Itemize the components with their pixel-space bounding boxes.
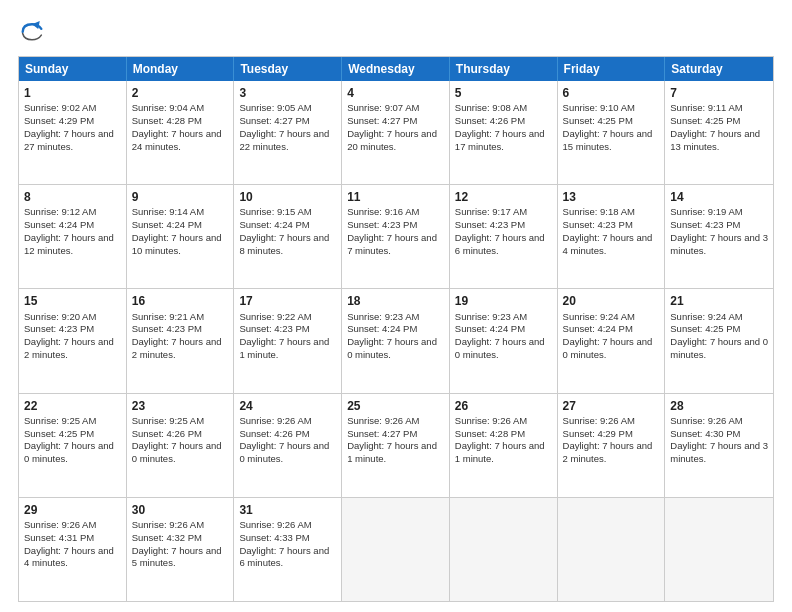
day-info: Daylight: 7 hours and 2 minutes. <box>563 440 660 466</box>
day-info: Sunrise: 9:26 AM <box>563 415 660 428</box>
day-number: 10 <box>239 189 336 205</box>
calendar-cell: 2Sunrise: 9:04 AMSunset: 4:28 PMDaylight… <box>127 81 235 184</box>
calendar-cell: 28Sunrise: 9:26 AMSunset: 4:30 PMDayligh… <box>665 394 773 497</box>
day-info: Sunset: 4:24 PM <box>347 323 444 336</box>
calendar-cell: 14Sunrise: 9:19 AMSunset: 4:23 PMDayligh… <box>665 185 773 288</box>
day-info: Daylight: 7 hours and 17 minutes. <box>455 128 552 154</box>
day-info: Sunrise: 9:26 AM <box>455 415 552 428</box>
logo-icon <box>18 18 46 46</box>
day-info: Sunset: 4:25 PM <box>670 323 768 336</box>
day-info: Sunset: 4:29 PM <box>563 428 660 441</box>
day-info: Sunset: 4:28 PM <box>132 115 229 128</box>
day-info: Daylight: 7 hours and 15 minutes. <box>563 128 660 154</box>
day-info: Sunrise: 9:05 AM <box>239 102 336 115</box>
day-number: 9 <box>132 189 229 205</box>
calendar-cell: 12Sunrise: 9:17 AMSunset: 4:23 PMDayligh… <box>450 185 558 288</box>
day-info: Sunset: 4:32 PM <box>132 532 229 545</box>
day-info: Daylight: 7 hours and 5 minutes. <box>132 545 229 571</box>
day-info: Sunset: 4:23 PM <box>239 323 336 336</box>
calendar-cell: 18Sunrise: 9:23 AMSunset: 4:24 PMDayligh… <box>342 289 450 392</box>
day-number: 18 <box>347 293 444 309</box>
day-number: 27 <box>563 398 660 414</box>
calendar-cell: 8Sunrise: 9:12 AMSunset: 4:24 PMDaylight… <box>19 185 127 288</box>
day-info: Daylight: 7 hours and 1 minute. <box>455 440 552 466</box>
calendar-cell <box>665 498 773 601</box>
day-number: 1 <box>24 85 121 101</box>
day-info: Daylight: 7 hours and 2 minutes. <box>24 336 121 362</box>
day-info: Daylight: 7 hours and 0 minutes. <box>670 336 768 362</box>
day-info: Daylight: 7 hours and 24 minutes. <box>132 128 229 154</box>
calendar-week-4: 22Sunrise: 9:25 AMSunset: 4:25 PMDayligh… <box>19 393 773 497</box>
day-number: 29 <box>24 502 121 518</box>
day-info: Sunset: 4:24 PM <box>24 219 121 232</box>
day-info: Daylight: 7 hours and 3 minutes. <box>670 440 768 466</box>
calendar-cell: 30Sunrise: 9:26 AMSunset: 4:32 PMDayligh… <box>127 498 235 601</box>
header-day-thursday: Thursday <box>450 57 558 81</box>
calendar-cell: 11Sunrise: 9:16 AMSunset: 4:23 PMDayligh… <box>342 185 450 288</box>
calendar: SundayMondayTuesdayWednesdayThursdayFrid… <box>18 56 774 602</box>
calendar-cell: 9Sunrise: 9:14 AMSunset: 4:24 PMDaylight… <box>127 185 235 288</box>
day-info: Sunrise: 9:24 AM <box>563 311 660 324</box>
day-info: Sunset: 4:23 PM <box>455 219 552 232</box>
day-info: Sunrise: 9:25 AM <box>132 415 229 428</box>
calendar-cell: 24Sunrise: 9:26 AMSunset: 4:26 PMDayligh… <box>234 394 342 497</box>
day-info: Daylight: 7 hours and 12 minutes. <box>24 232 121 258</box>
day-info: Sunrise: 9:22 AM <box>239 311 336 324</box>
calendar-week-1: 1Sunrise: 9:02 AMSunset: 4:29 PMDaylight… <box>19 81 773 184</box>
calendar-cell <box>450 498 558 601</box>
day-info: Sunrise: 9:15 AM <box>239 206 336 219</box>
day-info: Daylight: 7 hours and 1 minute. <box>239 336 336 362</box>
day-info: Sunset: 4:27 PM <box>347 115 444 128</box>
day-number: 24 <box>239 398 336 414</box>
day-info: Sunrise: 9:21 AM <box>132 311 229 324</box>
calendar-cell: 3Sunrise: 9:05 AMSunset: 4:27 PMDaylight… <box>234 81 342 184</box>
day-number: 14 <box>670 189 768 205</box>
header-day-monday: Monday <box>127 57 235 81</box>
day-info: Sunrise: 9:26 AM <box>132 519 229 532</box>
calendar-week-2: 8Sunrise: 9:12 AMSunset: 4:24 PMDaylight… <box>19 184 773 288</box>
day-info: Sunset: 4:24 PM <box>132 219 229 232</box>
day-info: Daylight: 7 hours and 22 minutes. <box>239 128 336 154</box>
day-info: Sunset: 4:26 PM <box>132 428 229 441</box>
calendar-cell: 1Sunrise: 9:02 AMSunset: 4:29 PMDaylight… <box>19 81 127 184</box>
day-info: Sunrise: 9:26 AM <box>347 415 444 428</box>
day-info: Daylight: 7 hours and 4 minutes. <box>563 232 660 258</box>
day-number: 3 <box>239 85 336 101</box>
day-info: Daylight: 7 hours and 20 minutes. <box>347 128 444 154</box>
day-info: Daylight: 7 hours and 0 minutes. <box>132 440 229 466</box>
day-info: Sunrise: 9:14 AM <box>132 206 229 219</box>
calendar-cell: 21Sunrise: 9:24 AMSunset: 4:25 PMDayligh… <box>665 289 773 392</box>
day-number: 31 <box>239 502 336 518</box>
day-info: Sunset: 4:29 PM <box>24 115 121 128</box>
day-info: Sunset: 4:23 PM <box>670 219 768 232</box>
day-number: 17 <box>239 293 336 309</box>
day-info: Daylight: 7 hours and 1 minute. <box>347 440 444 466</box>
day-info: Daylight: 7 hours and 10 minutes. <box>132 232 229 258</box>
day-number: 2 <box>132 85 229 101</box>
day-number: 11 <box>347 189 444 205</box>
calendar-week-3: 15Sunrise: 9:20 AMSunset: 4:23 PMDayligh… <box>19 288 773 392</box>
day-number: 8 <box>24 189 121 205</box>
day-info: Daylight: 7 hours and 0 minutes. <box>24 440 121 466</box>
day-number: 4 <box>347 85 444 101</box>
header-day-wednesday: Wednesday <box>342 57 450 81</box>
day-info: Sunrise: 9:18 AM <box>563 206 660 219</box>
day-info: Daylight: 7 hours and 3 minutes. <box>670 232 768 258</box>
calendar-cell: 19Sunrise: 9:23 AMSunset: 4:24 PMDayligh… <box>450 289 558 392</box>
day-info: Daylight: 7 hours and 2 minutes. <box>132 336 229 362</box>
header-day-tuesday: Tuesday <box>234 57 342 81</box>
day-info: Sunrise: 9:04 AM <box>132 102 229 115</box>
day-info: Sunset: 4:31 PM <box>24 532 121 545</box>
day-info: Sunrise: 9:23 AM <box>347 311 444 324</box>
day-number: 5 <box>455 85 552 101</box>
day-info: Sunrise: 9:16 AM <box>347 206 444 219</box>
logo <box>18 18 50 46</box>
day-info: Sunset: 4:25 PM <box>563 115 660 128</box>
calendar-cell <box>342 498 450 601</box>
day-number: 25 <box>347 398 444 414</box>
day-info: Daylight: 7 hours and 0 minutes. <box>347 336 444 362</box>
day-info: Sunset: 4:24 PM <box>455 323 552 336</box>
day-number: 7 <box>670 85 768 101</box>
header-day-friday: Friday <box>558 57 666 81</box>
day-info: Sunrise: 9:24 AM <box>670 311 768 324</box>
